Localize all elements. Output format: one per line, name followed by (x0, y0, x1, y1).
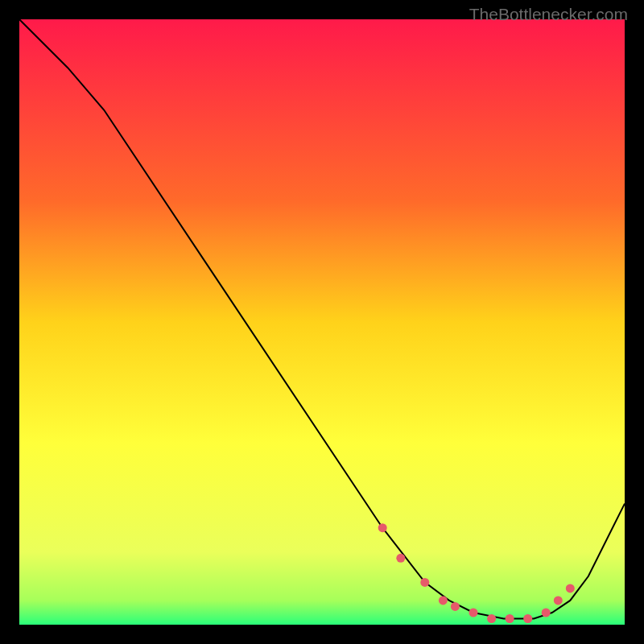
chart-point (487, 614, 496, 623)
watermark-text: TheBottlenecker.com (469, 5, 628, 24)
chart-svg (19, 19, 625, 625)
chart-point (523, 614, 532, 623)
chart-point (469, 609, 478, 617)
chart-plot-area (19, 19, 625, 625)
chart-point (554, 596, 563, 605)
chart-point (451, 602, 460, 611)
chart-point (420, 578, 429, 587)
chart-point (396, 554, 405, 563)
chart-point (439, 596, 448, 605)
chart-point (542, 609, 551, 617)
chart-point (506, 614, 514, 623)
chart-background (19, 19, 625, 625)
chart-point (566, 584, 575, 592)
chart-point (378, 523, 387, 532)
